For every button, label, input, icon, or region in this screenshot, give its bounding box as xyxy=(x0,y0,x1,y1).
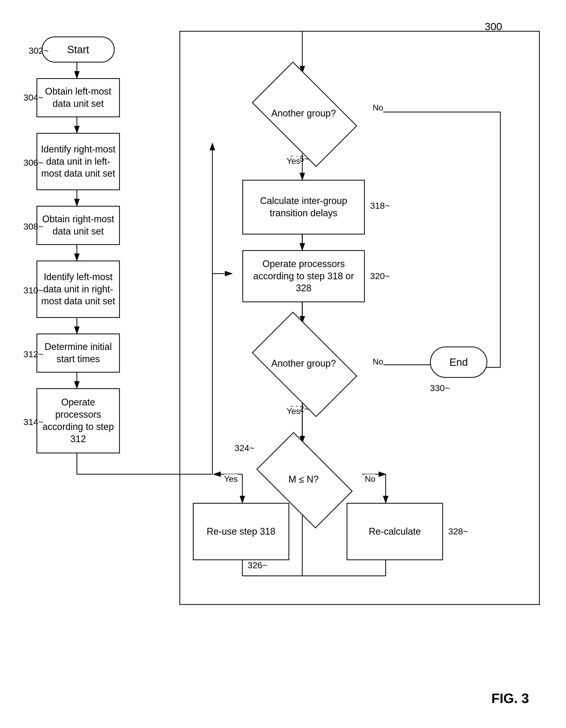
step-304-shape: Obtain left-most data unit set xyxy=(36,78,120,117)
label-324-yes: Yes xyxy=(224,474,238,484)
step-326-shape: Re-use step 318 xyxy=(193,503,289,560)
step-306-shape: Identify right-most data unit in left-mo… xyxy=(36,133,120,190)
step-326-label: 326~ xyxy=(248,560,268,570)
step-318-label: 318~ xyxy=(370,201,390,211)
step-320-label: 320~ xyxy=(370,271,390,281)
figure-300-label: 300 xyxy=(485,21,502,33)
step-312-label: 312~ xyxy=(23,349,44,359)
step-320-text: Operate processors according to step 318… xyxy=(246,258,361,294)
step-324-text: M ≤ N? xyxy=(288,473,319,486)
label-322-yes: Yes xyxy=(287,406,300,416)
step-328-shape: Re-calculate xyxy=(347,503,443,560)
step-324-label: 324~ xyxy=(235,443,255,453)
diagram-container: Start 302~ Obtain left-most data unit se… xyxy=(16,16,550,714)
start-shape: Start xyxy=(42,36,115,63)
step-306-text: Identify right-most data unit in left-mo… xyxy=(40,143,116,180)
step-314-text: Operate processors according to step 312 xyxy=(40,396,116,445)
step-314-shape: Operate processors according to step 312 xyxy=(36,388,120,453)
step-330-label: 330~ xyxy=(430,383,450,393)
step-318-shape: Calculate inter-group transition delays xyxy=(242,180,365,235)
step-314-label: 314~ xyxy=(23,417,44,427)
step-312-shape: Determine initial start times xyxy=(36,334,120,373)
start-label: Start xyxy=(67,44,89,55)
step-308-label: 308~ xyxy=(23,221,44,232)
figure-label: FIG. 3 xyxy=(491,690,529,706)
label-324-no: No xyxy=(365,474,376,484)
step-322-shape: Another group? xyxy=(240,323,367,404)
label-322-no: No xyxy=(373,357,383,367)
step-322-text: Another group? xyxy=(271,357,336,370)
step-308-shape: Obtain right-most data unit set xyxy=(36,206,120,245)
step-316-shape: Another group? xyxy=(240,73,367,154)
step-302-label: 302~ xyxy=(29,46,49,56)
label-316-yes: Yes xyxy=(287,156,300,166)
step-308-text: Obtain right-most data unit set xyxy=(40,213,116,238)
step-304-label: 304~ xyxy=(23,92,44,103)
step-328-label: 328~ xyxy=(448,526,468,536)
step-316-text: Another group? xyxy=(271,107,336,120)
end-shape: End xyxy=(430,347,487,378)
step-306-label: 306~ xyxy=(23,158,44,168)
step-312-text: Determine initial start times xyxy=(40,341,116,365)
step-310-shape: Identify left-most data unit in right-mo… xyxy=(36,261,120,318)
step-310-label: 310~ xyxy=(23,285,44,295)
label-316-no: No xyxy=(373,103,383,113)
end-label: End xyxy=(449,356,468,368)
step-310-text: Identify left-most data unit in right-mo… xyxy=(40,271,116,307)
step-318-text: Calculate inter-group transition delays xyxy=(246,195,361,219)
step-304-text: Obtain left-most data unit set xyxy=(40,85,116,110)
step-326-text: Re-use step 318 xyxy=(207,526,275,538)
step-320-shape: Operate processors according to step 318… xyxy=(242,250,365,302)
step-328-text: Re-calculate xyxy=(369,526,421,538)
